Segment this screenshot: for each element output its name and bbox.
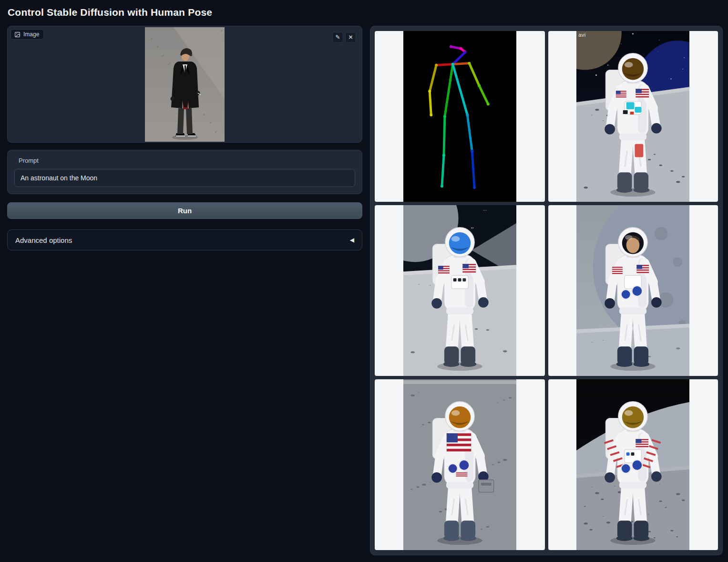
advanced-options-label: Advanced options <box>15 236 72 244</box>
astronaut-image-4 <box>403 379 516 550</box>
advanced-options-accordion[interactable]: Advanced options ◀ <box>7 229 362 250</box>
run-button[interactable]: Run <box>7 202 362 219</box>
main-layout: Image ✎ ✕ Prompt Run Advanced options ◀ … <box>7 26 722 555</box>
gallery-item-5[interactable] <box>375 379 545 550</box>
output-column: avi <box>370 26 723 555</box>
pose-skeleton-image <box>403 31 516 202</box>
prompt-input[interactable] <box>14 169 355 187</box>
close-icon: ✕ <box>348 34 353 41</box>
astronaut-image-3 <box>576 205 689 376</box>
gallery-item-3[interactable] <box>375 205 545 376</box>
image-icon <box>14 31 21 38</box>
control-column: Image ✎ ✕ Prompt Run Advanced options ◀ <box>7 26 362 250</box>
gallery-item-2[interactable]: avi <box>548 31 718 202</box>
edit-image-button[interactable]: ✎ <box>332 32 343 43</box>
pencil-icon: ✎ <box>335 34 340 41</box>
input-image-component[interactable]: Image ✎ ✕ <box>7 26 362 143</box>
image-label: Image <box>23 31 39 38</box>
image-label-badge: Image <box>10 29 44 40</box>
clear-image-button[interactable]: ✕ <box>345 32 356 43</box>
gallery-item-4[interactable] <box>548 205 718 376</box>
prompt-block: Prompt <box>7 150 362 194</box>
gallery-watermark: avi <box>578 32 586 38</box>
gallery-grid: avi <box>370 26 723 555</box>
gallery-item-6[interactable] <box>548 379 718 550</box>
astronaut-image-2 <box>403 205 516 376</box>
input-image-photo <box>145 27 225 142</box>
astronaut-image-1: avi <box>576 31 689 202</box>
collapse-arrow-icon: ◀ <box>350 237 354 243</box>
astronaut-image-5 <box>576 379 689 550</box>
page-title: Control Stable Diffusion with Human Pose <box>8 7 722 18</box>
prompt-label: Prompt <box>19 157 355 164</box>
gallery-item-1[interactable] <box>375 31 545 202</box>
